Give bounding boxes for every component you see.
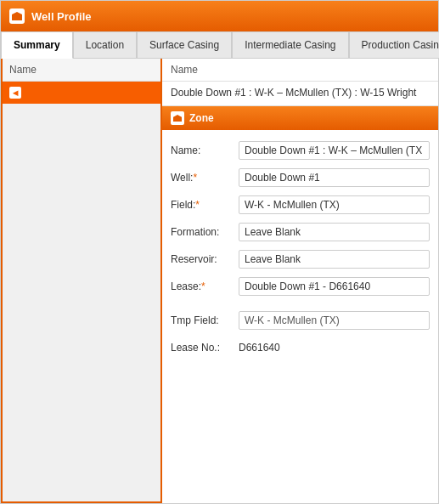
title-bar-label: Well Profile — [31, 10, 92, 23]
left-panel-header: Name — [3, 59, 160, 82]
tab-bar: Summary Location Surface Casing Intermed… — [1, 31, 438, 59]
right-panel: Name Double Down #1 : W-K – McMullen (TX… — [162, 59, 438, 503]
title-bar: Well Profile — [1, 1, 438, 31]
content-area: Name ◀ Name Double Down #1 : W-K – McMul… — [1, 59, 438, 503]
label-reservoir: Reservoir: — [171, 250, 239, 265]
form-section: Name: Double Down #1 : W-K – McMullen (T… — [162, 130, 438, 365]
required-lease: * — [201, 280, 205, 292]
form-row-field: Field:* W-K - McMullen (TX) — [162, 191, 438, 218]
tab-location[interactable]: Location — [73, 31, 137, 58]
label-lease-no: Lease No.: — [171, 338, 239, 354]
label-name: Name: — [171, 141, 239, 156]
zone-label: Zone — [189, 112, 214, 124]
form-row-reservoir: Reservoir: Leave Blank — [162, 246, 438, 273]
right-panel-name-header: Name — [162, 59, 438, 82]
value-lease-no: D661640 — [239, 338, 430, 354]
input-field[interactable]: W-K - McMullen (TX) — [239, 195, 430, 214]
tab-production-casing[interactable]: Production Casin... — [349, 31, 439, 58]
label-field: Field:* — [171, 195, 239, 211]
zone-header-icon — [171, 111, 184, 125]
required-field: * — [195, 199, 200, 211]
left-panel-item[interactable]: ◀ — [3, 82, 160, 104]
label-lease: Lease:* — [171, 277, 239, 292]
input-formation[interactable]: Leave Blank — [239, 223, 430, 241]
input-tmp-field[interactable]: W-K - McMullen (TX) — [239, 311, 430, 330]
right-panel-name-value: Double Down #1 : W-K – McMullen (TX) : W… — [162, 82, 438, 106]
input-name[interactable]: Double Down #1 : W-K – McMullen (TX — [239, 141, 430, 160]
left-panel-body — [3, 104, 160, 501]
well-profile-window: Well Profile Summary Location Surface Ca… — [0, 0, 439, 504]
tab-intermediate-casing[interactable]: Intermediate Casing — [232, 31, 348, 58]
input-reservoir[interactable]: Leave Blank — [239, 250, 430, 269]
label-tmp-field: Tmp Field: — [171, 311, 239, 326]
input-well[interactable]: Double Down #1 — [239, 168, 430, 187]
input-lease[interactable]: Double Down #1 - D661640 — [239, 277, 430, 296]
required-well: * — [193, 172, 197, 184]
form-row-name: Name: Double Down #1 : W-K – McMullen (T… — [162, 137, 438, 164]
label-well: Well:* — [171, 168, 239, 184]
form-row-lease: Lease:* Double Down #1 - D661640 — [162, 273, 438, 300]
tab-summary[interactable]: Summary — [1, 31, 73, 59]
title-bar-icon — [9, 8, 25, 24]
form-row-well: Well:* Double Down #1 — [162, 164, 438, 191]
tab-surface-casing[interactable]: Surface Casing — [137, 31, 232, 58]
collapse-icon: ◀ — [9, 87, 21, 99]
zone-header: Zone — [162, 106, 438, 130]
form-row-lease-no: Lease No.: D661640 — [162, 334, 438, 358]
left-panel: Name ◀ — [1, 59, 162, 503]
label-formation: Formation: — [171, 223, 239, 238]
form-row-tmp-field: Tmp Field: W-K - McMullen (TX) — [162, 307, 438, 334]
form-row-formation: Formation: Leave Blank — [162, 218, 438, 246]
